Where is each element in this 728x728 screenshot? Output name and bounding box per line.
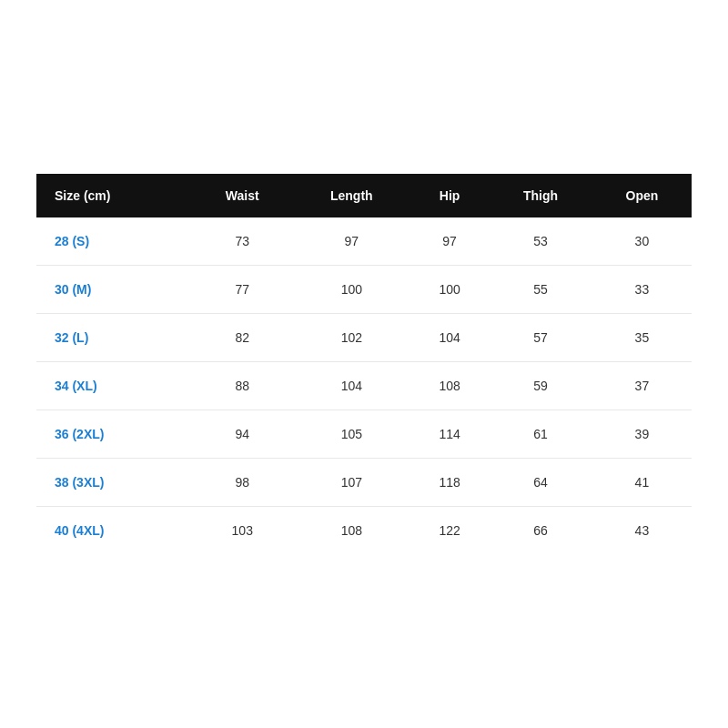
cell-value: 88	[192, 362, 293, 410]
header-open: Open	[592, 174, 692, 217]
cell-value: 98	[192, 459, 293, 507]
cell-value: 114	[410, 410, 490, 459]
table-row: 40 (4XL)1031081226643	[36, 507, 692, 555]
cell-value: 82	[192, 314, 293, 362]
cell-value: 37	[592, 362, 692, 410]
cell-size: 36 (2XL)	[36, 410, 192, 459]
cell-size: 34 (XL)	[36, 362, 192, 410]
cell-value: 59	[489, 362, 592, 410]
cell-value: 61	[489, 410, 592, 459]
table-body: 28 (S)739797533030 (M)77100100553332 (L)…	[36, 217, 692, 554]
cell-value: 43	[592, 507, 692, 555]
cell-value: 35	[592, 314, 692, 362]
cell-value: 30	[592, 217, 692, 266]
cell-value: 94	[192, 410, 293, 459]
cell-size: 28 (S)	[36, 217, 192, 266]
header-length: Length	[293, 174, 410, 217]
cell-value: 103	[192, 507, 293, 555]
cell-value: 108	[410, 362, 490, 410]
cell-value: 100	[410, 266, 490, 314]
cell-size: 32 (L)	[36, 314, 192, 362]
cell-value: 57	[489, 314, 592, 362]
cell-value: 104	[410, 314, 490, 362]
cell-value: 41	[592, 459, 692, 507]
cell-value: 33	[592, 266, 692, 314]
cell-value: 122	[410, 507, 490, 555]
cell-value: 55	[489, 266, 592, 314]
cell-value: 77	[192, 266, 293, 314]
cell-size: 30 (M)	[36, 266, 192, 314]
cell-value: 118	[410, 459, 490, 507]
cell-value: 39	[592, 410, 692, 459]
table-header-row: Size (cm) Waist Length Hip Thigh Open	[36, 174, 692, 217]
cell-size: 38 (3XL)	[36, 459, 192, 507]
cell-value: 64	[489, 459, 592, 507]
cell-value: 107	[293, 459, 410, 507]
cell-value: 66	[489, 507, 592, 555]
cell-value: 73	[192, 217, 293, 266]
size-chart-table: Size (cm) Waist Length Hip Thigh Open 28…	[36, 174, 692, 554]
header-size: Size (cm)	[36, 174, 192, 217]
cell-value: 53	[489, 217, 592, 266]
table-row: 32 (L)821021045735	[36, 314, 692, 362]
table-row: 38 (3XL)981071186441	[36, 459, 692, 507]
table-row: 30 (M)771001005533	[36, 266, 692, 314]
cell-value: 97	[293, 217, 410, 266]
header-hip: Hip	[410, 174, 490, 217]
cell-value: 102	[293, 314, 410, 362]
cell-value: 108	[293, 507, 410, 555]
cell-size: 40 (4XL)	[36, 507, 192, 555]
table-row: 28 (S)7397975330	[36, 217, 692, 266]
cell-value: 105	[293, 410, 410, 459]
table-row: 34 (XL)881041085937	[36, 362, 692, 410]
table-row: 36 (2XL)941051146139	[36, 410, 692, 459]
cell-value: 97	[410, 217, 490, 266]
cell-value: 100	[293, 266, 410, 314]
header-waist: Waist	[192, 174, 293, 217]
cell-value: 104	[293, 362, 410, 410]
size-chart-container: Size (cm) Waist Length Hip Thigh Open 28…	[36, 174, 692, 554]
header-thigh: Thigh	[489, 174, 592, 217]
